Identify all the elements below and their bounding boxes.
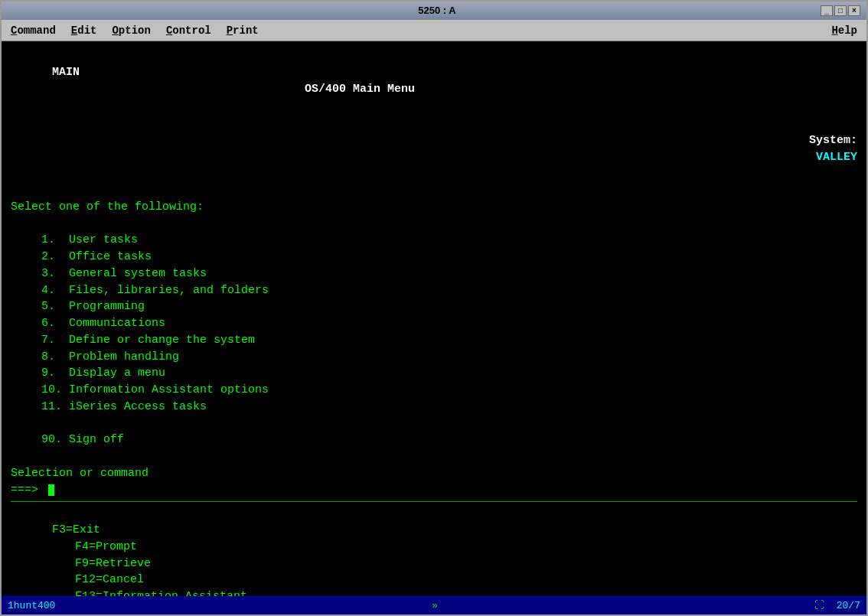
menu-bar: Command Edit Option Control Print Help (2, 20, 866, 41)
bottom-center-icon: » (432, 600, 438, 611)
cursor (48, 484, 54, 496)
menu-item-7[interactable]: 7. Define or change the system (11, 332, 857, 349)
select-prompt: Select one of the following: (11, 199, 857, 216)
system-value: VALLEY (816, 151, 857, 164)
status-bar: 1hunt400 » ⛶ 20/7 (2, 596, 866, 614)
f13-key[interactable]: F13=Information Assistant (75, 590, 247, 596)
fkeys-row-1: F3=Exit F4=Prompt F9=Retrieve F12=Cancel… (11, 505, 857, 596)
menu-item-2[interactable]: 2. Office tasks (11, 249, 857, 266)
terminal-screen: MAIN OS/400 Main Menu System: VALLEY Sel… (2, 41, 866, 596)
session-name: 1hunt400 (8, 600, 55, 611)
f4-key[interactable]: F4=Prompt (75, 540, 137, 553)
menu-item-5[interactable]: 5. Programming (11, 298, 857, 315)
menu-item-6[interactable]: 6. Communications (11, 315, 857, 332)
terminal-header-row: MAIN OS/400 Main Menu (11, 47, 857, 114)
menu-item-3[interactable]: 3. General system tasks (11, 266, 857, 282)
command-input-row: ===> (11, 482, 857, 499)
window-controls: _ □ × (821, 5, 860, 16)
menu-item-9[interactable]: 9. Display a menu (11, 365, 857, 382)
main-label: MAIN (52, 66, 80, 79)
system-label: System: (809, 134, 857, 147)
maximize-button[interactable]: □ (834, 5, 847, 16)
prompt-arrow: ===> (11, 482, 38, 499)
menu-item-11[interactable]: 11. iSeries Access tasks (11, 399, 857, 416)
system-row: System: VALLEY (11, 116, 857, 182)
divider (11, 501, 857, 502)
window-title: 5250 : A (54, 5, 821, 16)
menu-option[interactable]: Option (106, 23, 156, 38)
position-indicator: 20/7 (837, 600, 860, 611)
menu-control[interactable]: Control (160, 23, 217, 38)
cursor-indicator (41, 482, 48, 499)
menu-help[interactable]: Help (825, 23, 863, 38)
menu-item-1[interactable]: 1. User tasks (11, 232, 857, 249)
selection-label: Selection or command (11, 465, 857, 482)
minimize-button[interactable]: _ (821, 5, 833, 16)
menu-title: OS/400 Main Menu (305, 83, 415, 96)
f9-key[interactable]: F9=Retrieve (75, 557, 151, 570)
menu-item-8[interactable]: 8. Problem handling (11, 349, 857, 366)
menu-item-10[interactable]: 10. Information Assistant options (11, 382, 857, 399)
menu-edit[interactable]: Edit (65, 23, 103, 38)
menu-items: Command Edit Option Control Print (5, 23, 265, 38)
main-window: 5250 : A _ □ × Command Edit Option Contr… (0, 0, 868, 616)
menu-print[interactable]: Print (220, 23, 265, 38)
menu-item-90[interactable]: 90. Sign off (11, 432, 857, 448)
title-bar: 5250 : A _ □ × (2, 2, 866, 20)
keyboard-icon: ⛶ (814, 600, 824, 611)
menu-command[interactable]: Command (5, 23, 62, 38)
f12-key[interactable]: F12=Cancel (75, 573, 144, 586)
menu-item-4[interactable]: 4. Files, libraries, and folders (11, 282, 857, 299)
close-button[interactable]: × (848, 5, 860, 16)
f3-key[interactable]: F3=Exit (52, 523, 100, 536)
